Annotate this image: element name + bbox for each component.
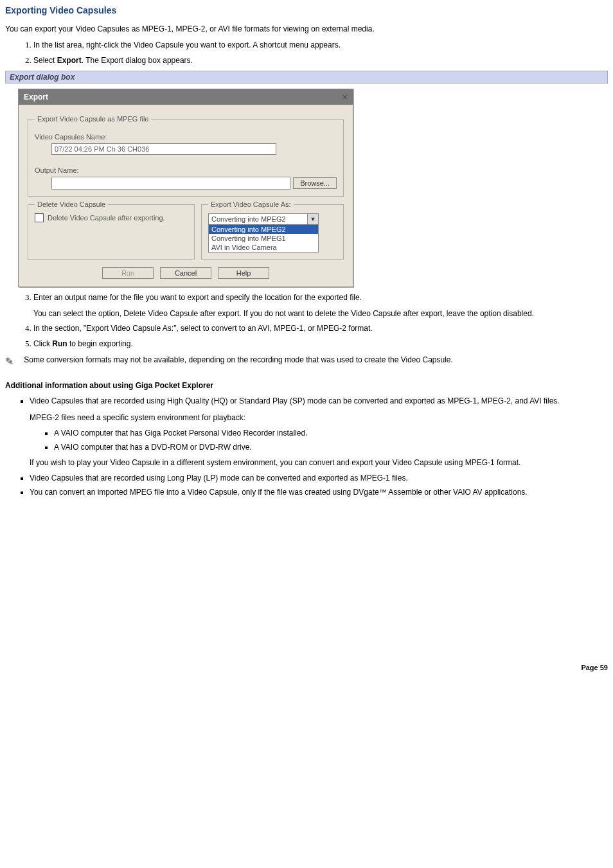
mpeg-file-legend: Export Video Capsule as MPEG file	[35, 115, 151, 123]
note-icon	[5, 355, 19, 366]
step-5-text: Click Run to begin exporting.	[33, 339, 133, 348]
chevron-down-icon[interactable]: ▼	[307, 214, 318, 224]
capsule-name-label: Video Capsules Name:	[35, 133, 337, 141]
help-button[interactable]: Help	[218, 267, 269, 279]
run-button[interactable]: Run	[102, 267, 154, 279]
addl-bullet-3: You can convert an imported MPEG file in…	[30, 488, 608, 497]
step-2-text: Select Export. The Export dialog box app…	[33, 56, 193, 65]
note-text: Some conversion formats may not be avail…	[22, 355, 453, 364]
cancel-button[interactable]: Cancel	[160, 267, 211, 279]
step-1: In the list area, right-click the Video …	[33, 40, 608, 50]
close-icon[interactable]: ×	[342, 92, 348, 102]
step-3-sub: You can select the option, Delete Video …	[33, 309, 608, 318]
delete-checkbox-label: Delete Video Capsule after exporting.	[48, 214, 165, 222]
dialog-caption: Export dialog box	[5, 71, 608, 84]
intro-text: You can export your Video Capsules as MP…	[5, 24, 608, 33]
step-4: In the section, "Export Video Capsule As…	[33, 323, 608, 333]
addl-b1-nested-2: A VAIO computer that has a DVD-ROM or DV…	[54, 443, 608, 452]
export-as-legend: Export Video Capsule As:	[208, 200, 294, 208]
capsule-name-field[interactable]: 07/22 04:26 PM Ch 36 CH036	[51, 143, 276, 155]
step-4-text: In the section, "Export Video Capsule As…	[33, 324, 373, 333]
step-5: Click Run to begin exporting.	[33, 339, 608, 349]
export-dialog: Export × Export Video Capsule as MPEG fi…	[18, 89, 353, 287]
addl-bullet-1: Video Capsules that are recorded using H…	[30, 396, 608, 467]
step-3-text: Enter an output name for the file you wa…	[33, 293, 362, 302]
format-dropdown[interactable]: Converting into MPEG2 ▼	[208, 213, 319, 225]
note: Some conversion formats may not be avail…	[5, 355, 608, 366]
browse-button[interactable]: Browse...	[293, 177, 337, 189]
addl-b1-tail: If you wish to play your Video Capsule i…	[30, 458, 608, 467]
addl-b1-sub: MPEG-2 files need a specific system envi…	[30, 413, 608, 422]
step-3: Enter an output name for the file you wa…	[33, 292, 608, 318]
mpeg-file-group: Export Video Capsule as MPEG file Video …	[28, 115, 344, 197]
addl-bullet-2: Video Capsules that are recorded using L…	[30, 474, 608, 483]
format-option[interactable]: Converting into MPEG1	[209, 234, 318, 243]
page-number: Page 59	[5, 664, 608, 671]
output-name-label: Output Name:	[35, 166, 337, 174]
delete-capsule-group: Delete Video Capsule Delete Video Capsul…	[28, 200, 195, 260]
addl-b1-text: Video Capsules that are recorded using H…	[30, 396, 560, 405]
output-name-field[interactable]	[51, 177, 290, 190]
page-title: Exporting Video Capsules	[5, 5, 608, 15]
addl-b1-nested-1: A VAIO computer that has Giga Pocket Per…	[54, 429, 608, 438]
dialog-title: Export	[24, 93, 48, 102]
format-option[interactable]: Converting into MPEG2	[209, 225, 318, 234]
format-selected: Converting into MPEG2	[209, 214, 307, 224]
format-option[interactable]: AVI in Video Camera	[209, 243, 318, 252]
delete-capsule-legend: Delete Video Capsule	[35, 200, 108, 208]
step-2: Select Export. The Export dialog box app…	[33, 55, 608, 66]
dialog-titlebar: Export ×	[19, 89, 353, 105]
export-as-group: Export Video Capsule As: Converting into…	[201, 200, 344, 260]
format-dropdown-list: Converting into MPEG2 Converting into MP…	[208, 224, 319, 252]
delete-checkbox[interactable]	[35, 213, 44, 222]
step-1-text: In the list area, right-click the Video …	[33, 40, 341, 49]
additional-heading: Additional information about using Giga …	[5, 381, 608, 390]
